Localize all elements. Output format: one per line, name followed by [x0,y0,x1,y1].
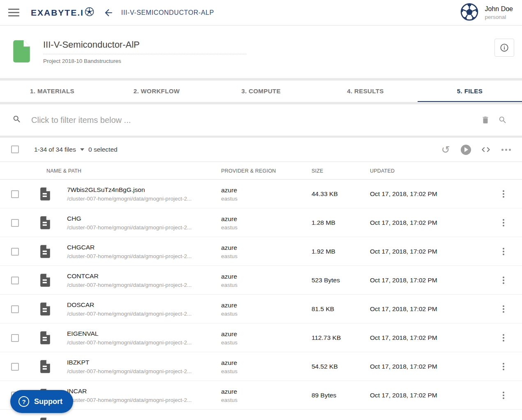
file-updated: Oct 17, 2018, 17:02 PM [370,363,437,370]
provider: azure [221,244,238,251]
file-name[interactable]: DOSCAR [67,301,215,309]
table-row[interactable]: EIGENVAL /cluster-007-home/gmogni/data/g… [0,323,522,352]
table-row[interactable]: DOSCAR /cluster-007-home/gmogni/data/gmo… [0,295,522,323]
tab-compute[interactable]: 3. COMPUTE [209,81,313,102]
file-name[interactable]: INCAR [67,388,215,395]
row-checkbox[interactable] [11,190,19,198]
file-name[interactable]: CHGCAR [67,244,215,251]
refresh-icon[interactable]: ↺ [440,144,451,155]
file-path: /cluster-007-home/gmogni/data/gmogni-pro… [67,397,215,403]
column-header-name-path[interactable]: NAME & PATH [46,162,81,180]
region: eastus [221,195,238,201]
provider: azure [221,301,238,309]
provider: azure [221,215,238,222]
region: eastus [221,253,238,259]
region: eastus [221,368,238,374]
pagination-summary[interactable]: 1-34 of 34 files [34,146,84,153]
chevron-down-icon [80,148,84,151]
row-more-menu-icon[interactable] [500,389,507,402]
row-checkbox[interactable] [11,219,19,227]
region: eastus [221,224,238,230]
file-name[interactable]: CHG [67,215,215,222]
table-row[interactable]: INCAR /cluster-007-home/gmogni/data/gmog… [0,381,522,410]
file-path: /cluster-007-home/gmogni/data/gmogni-pro… [67,196,215,202]
back-arrow-icon[interactable] [103,7,114,18]
user-account: personal [485,14,513,20]
row-more-menu-icon[interactable] [500,274,507,286]
project-subtitle: Project 2018-10 Bandstructures [43,58,522,64]
row-checkbox[interactable] [11,277,19,284]
table-row[interactable]: KPOINTS [0,410,522,420]
region: eastus [221,339,238,345]
pagination-summary-label: 1-34 of 34 files [34,146,76,153]
file-icon [40,216,51,231]
column-header-updated[interactable]: UPDATED [370,162,395,180]
row-checkbox[interactable] [11,248,19,256]
file-size: 112.73 KB [312,334,341,342]
tab-files[interactable]: 5. FILES [418,81,522,102]
column-header-size[interactable]: SIZE [312,162,323,180]
file-updated: Oct 17, 2018, 17:02 PM [370,334,437,342]
row-more-menu-icon[interactable] [500,332,507,344]
row-checkbox[interactable] [11,363,19,371]
clear-filter-trash-icon[interactable] [478,113,492,127]
project-header: III-V-Semiconductor-AlP Project 2018-10 … [0,25,522,78]
table-row[interactable]: CHGCAR /cluster-007-home/gmogni/data/gmo… [0,237,522,266]
region: eastus [221,310,238,316]
file-path: /cluster-007-home/gmogni/data/gmogni-pro… [67,224,215,231]
file-updated: Oct 17, 2018, 17:02 PM [370,219,437,226]
file-name[interactable]: CONTCAR [67,272,215,280]
row-checkbox[interactable] [11,334,19,342]
apply-filter-search-icon[interactable] [496,113,510,127]
table-row[interactable]: CONTCAR /cluster-007-home/gmogni/data/gm… [0,266,522,295]
provider: azure [221,388,238,395]
row-more-menu-icon[interactable] [500,188,507,200]
file-icon [40,245,51,260]
tab-workflow[interactable]: 2. WORKFLOW [104,81,209,102]
column-header-provider-region[interactable]: PROVIDER & REGION [221,162,276,180]
file-updated: Oct 17, 2018, 17:02 PM [370,277,437,284]
user-menu[interactable]: John Doe personal [460,3,513,23]
region: eastus [221,282,238,288]
file-name[interactable]: IBZKPT [67,359,215,366]
provider: azure [221,186,238,194]
file-size: 1.92 MB [312,248,335,255]
menu-icon[interactable] [8,9,19,16]
row-more-menu-icon[interactable] [500,303,507,315]
row-more-menu-icon[interactable] [500,360,507,373]
project-title[interactable]: III-V-Semiconductor-AlP [43,39,247,50]
more-actions-icon[interactable] [501,144,511,155]
filter-input[interactable] [31,115,475,125]
select-all-checkbox[interactable] [11,145,19,153]
table-row[interactable]: IBZKPT /cluster-007-home/gmogni/data/gmo… [0,352,522,381]
row-more-menu-icon[interactable] [500,217,507,229]
code-icon[interactable] [480,144,491,155]
support-button[interactable]: ? Support [10,390,73,413]
file-size: 89 Bytes [312,392,336,399]
avatar [460,3,478,23]
row-more-menu-icon[interactable] [500,418,507,420]
table-row[interactable]: CHG /cluster-007-home/gmogni/data/gmogni… [0,208,522,237]
exabyte-logo[interactable]: EXABYTE.I [31,7,94,18]
file-icon [40,302,51,317]
info-button[interactable] [494,39,514,57]
file-name[interactable]: 7Wbis2GLSuTz4nBgG.json [67,186,215,194]
provider: azure [221,272,238,280]
row-more-menu-icon[interactable] [500,245,507,258]
filter-search-icon [12,115,21,125]
region: eastus [221,397,238,403]
app-bar: EXABYTE.I III-V-SEMICONDUCTOR-ALP [0,0,522,25]
file-size: 44.33 KB [312,190,338,198]
file-table-header: NAME & PATH PROVIDER & REGION SIZE UPDAT… [0,162,522,180]
provider: azure [221,359,238,366]
tab-results[interactable]: 4. RESULTS [313,81,418,102]
row-checkbox[interactable] [11,305,19,313]
tab-materials[interactable]: 1. MATERIALS [0,81,104,102]
table-row[interactable]: 7Wbis2GLSuTz4nBgG.json /cluster-007-home… [0,180,522,208]
file-icon [40,418,51,420]
project-file-icon [13,40,30,64]
run-play-button[interactable] [460,144,471,155]
files-panel: 1-34 of 34 files 0 selected ↺ NAME & PAT… [0,138,522,420]
workflow-step-tabs: 1. MATERIALS 2. WORKFLOW 3. COMPUTE 4. R… [0,81,522,102]
file-name[interactable]: EIGENVAL [67,330,215,337]
